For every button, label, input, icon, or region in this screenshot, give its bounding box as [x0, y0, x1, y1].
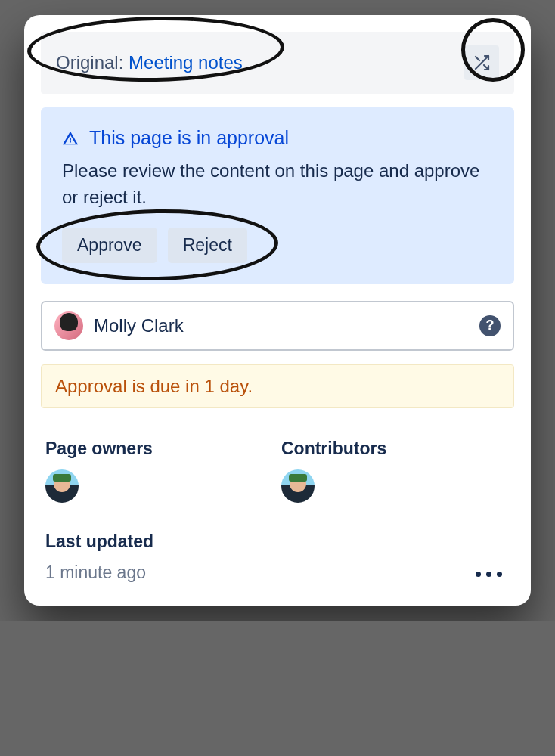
approval-card: Original: Meeting notes This page is in …: [24, 15, 531, 606]
approval-description: Please review the content on this page a…: [62, 158, 493, 211]
shuffle-icon: [473, 54, 491, 72]
approve-button[interactable]: Approve: [62, 228, 157, 263]
dot-icon: [497, 572, 502, 577]
contributors-label: Contributors: [281, 438, 510, 459]
meta-grid: Page owners Contributors: [41, 438, 514, 503]
approval-panel: This page is in approval Please review t…: [41, 107, 514, 284]
page-owners-label: Page owners: [45, 438, 274, 459]
dot-icon: [486, 572, 491, 577]
page-owners-section: Page owners: [45, 438, 274, 503]
dot-icon: [476, 572, 481, 577]
assignee-row: Molly Clark ?: [41, 301, 514, 351]
due-banner: Approval is due in 1 day.: [41, 364, 514, 408]
approval-button-row: Approve Reject: [62, 228, 493, 263]
more-actions-button[interactable]: [476, 572, 502, 577]
original-page-reference: Original: Meeting notes: [56, 52, 243, 73]
contributors-section: Contributors: [281, 438, 510, 503]
help-icon[interactable]: ?: [479, 315, 501, 336]
original-prefix: Original:: [56, 52, 129, 73]
warning-icon: [62, 130, 79, 147]
last-updated-value: 1 minute ago: [41, 562, 514, 583]
reject-button[interactable]: Reject: [168, 228, 247, 263]
assignee-name: Molly Clark: [94, 315, 469, 336]
last-updated-label: Last updated: [41, 531, 514, 552]
annotation-circle: [26, 14, 284, 84]
avatar: [54, 311, 83, 340]
shuffle-button[interactable]: [464, 45, 499, 80]
approval-title: This page is in approval: [89, 127, 289, 149]
avatar[interactable]: [45, 469, 79, 503]
original-page-link[interactable]: Meeting notes: [129, 52, 243, 73]
approval-panel-header: This page is in approval: [62, 127, 493, 149]
header-bar: Original: Meeting notes: [41, 32, 514, 94]
avatar[interactable]: [281, 469, 315, 503]
